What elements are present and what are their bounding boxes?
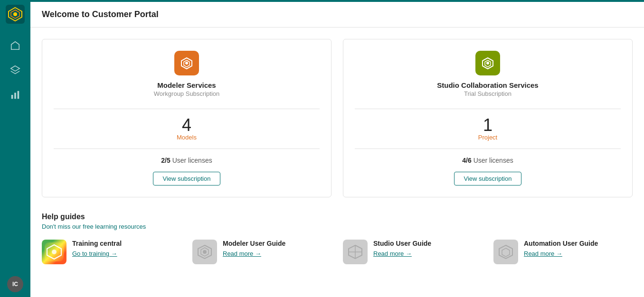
- svg-point-10: [185, 62, 188, 65]
- automation-guide-title: Automation User Guide: [524, 240, 598, 247]
- svg-rect-6: [14, 93, 16, 99]
- modeler-view-subscription-button[interactable]: View subscription: [153, 172, 221, 186]
- automation-guide-link[interactable]: Read more →: [524, 250, 562, 257]
- studio-icon-wrap: [475, 51, 500, 75]
- modeler-guide-link[interactable]: Read more →: [223, 250, 261, 257]
- modeler-count-label: Models: [177, 134, 197, 141]
- sidebar: IC: [0, 0, 30, 297]
- guides-row: Training central Go to training →: [42, 240, 633, 264]
- guide-studio: Studio User Guide Read more →: [343, 240, 482, 264]
- svg-point-13: [486, 62, 489, 65]
- sidebar-item-home[interactable]: [7, 37, 24, 54]
- svg-rect-5: [11, 95, 13, 99]
- svg-rect-7: [18, 91, 19, 99]
- training-link[interactable]: Go to training →: [72, 250, 117, 257]
- training-info: Training central Go to training →: [72, 240, 122, 258]
- user-avatar[interactable]: IC: [7, 276, 23, 292]
- modeler-card-subtitle: Workgroup Subscription: [154, 90, 220, 97]
- guide-automation: Automation User Guide Read more →: [493, 240, 633, 264]
- training-title: Training central: [72, 240, 122, 247]
- help-guides-section: Help guides Don't miss our free learning…: [42, 213, 633, 264]
- modeler-licenses: 2/5 User licenses: [161, 157, 212, 164]
- main-content: Welcome to Customer Portal Modeler Servi…: [30, 0, 644, 297]
- help-guides-title: Help guides: [42, 213, 633, 221]
- page-title: Welcome to Customer Portal: [42, 9, 633, 19]
- studio-guide-link[interactable]: Read more →: [373, 250, 412, 257]
- subscription-cards: Modeler Services Workgroup Subscription …: [42, 39, 633, 197]
- page-content: Modeler Services Workgroup Subscription …: [30, 28, 644, 297]
- studio-card-title: Studio Collaboration Services: [437, 81, 538, 89]
- modeler-card: Modeler Services Workgroup Subscription …: [42, 39, 331, 197]
- automation-guide-info: Automation User Guide Read more →: [524, 240, 598, 258]
- guide-training: Training central Go to training →: [42, 240, 181, 264]
- svg-marker-24: [502, 248, 510, 257]
- studio-count: 1: [483, 117, 492, 134]
- studio-view-subscription-button[interactable]: View subscription: [454, 172, 522, 186]
- studio-guide-icon: [343, 240, 368, 264]
- modeler-guide-title: Modeler User Guide: [223, 240, 285, 247]
- svg-point-16: [52, 250, 57, 254]
- guide-modeler: Modeler User Guide Read more →: [192, 240, 331, 264]
- studio-card: Studio Collaboration Services Trial Subs…: [343, 39, 633, 197]
- card-divider-2: [54, 148, 320, 149]
- sidebar-item-chart[interactable]: [7, 86, 24, 103]
- studio-guide-title: Studio User Guide: [373, 240, 431, 247]
- help-guides-subtitle: Don't miss our free learning resources: [42, 223, 633, 230]
- modeler-icon-wrap: [174, 51, 199, 75]
- svg-point-3: [13, 12, 17, 16]
- automation-guide-icon: [493, 240, 518, 264]
- studio-licenses: 4/6 User licenses: [462, 157, 513, 164]
- page-header: Welcome to Customer Portal: [30, 2, 644, 28]
- svg-point-19: [203, 250, 207, 254]
- card-divider-4: [355, 148, 621, 149]
- sidebar-logo[interactable]: [6, 5, 25, 24]
- modeler-guide-info: Modeler User Guide Read more →: [223, 240, 285, 258]
- training-icon: [42, 240, 66, 264]
- sidebar-item-layers[interactable]: [7, 62, 24, 79]
- studio-count-label: Project: [478, 134, 497, 141]
- modeler-guide-icon: [192, 240, 217, 264]
- card-divider-3: [355, 109, 621, 109]
- modeler-count: 4: [182, 117, 191, 134]
- card-divider-1: [54, 109, 320, 109]
- svg-marker-4: [11, 66, 19, 71]
- studio-guide-info: Studio User Guide Read more →: [373, 240, 431, 258]
- modeler-card-title: Modeler Services: [157, 81, 216, 89]
- studio-card-subtitle: Trial Subscription: [464, 90, 511, 97]
